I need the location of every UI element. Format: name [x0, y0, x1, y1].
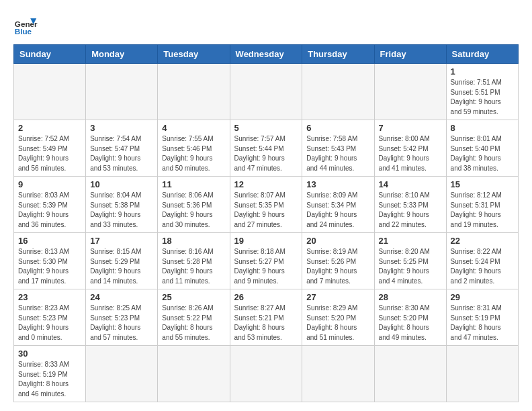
day-number: 27 — [306, 292, 369, 302]
day-number: 30 — [18, 349, 81, 359]
day-number: 2 — [18, 123, 81, 133]
calendar-cell: 7Sunrise: 8:00 AM Sunset: 5:42 PM Daylig… — [374, 120, 446, 177]
svg-text:Blue: Blue — [15, 27, 32, 36]
day-number: 4 — [162, 123, 225, 133]
calendar-cell: 27Sunrise: 8:29 AM Sunset: 5:20 PM Dayli… — [302, 289, 374, 346]
day-info: Sunrise: 8:26 AM Sunset: 5:22 PM Dayligh… — [162, 304, 225, 342]
day-info: Sunrise: 8:03 AM Sunset: 5:39 PM Dayligh… — [18, 191, 81, 230]
day-number: 24 — [90, 292, 153, 302]
calendar-cell: 11Sunrise: 8:06 AM Sunset: 5:36 PM Dayli… — [158, 177, 230, 233]
weekday-header-wednesday: Wednesday — [230, 45, 302, 64]
day-info: Sunrise: 7:51 AM Sunset: 5:51 PM Dayligh… — [451, 78, 514, 117]
day-number: 7 — [379, 123, 442, 133]
calendar-cell: 21Sunrise: 8:20 AM Sunset: 5:25 PM Dayli… — [374, 233, 446, 289]
weekday-header-row: SundayMondayTuesdayWednesdayThursdayFrid… — [14, 45, 519, 64]
day-info: Sunrise: 8:07 AM Sunset: 5:35 PM Dayligh… — [234, 191, 298, 230]
day-number: 8 — [451, 123, 514, 133]
calendar-cell — [302, 346, 374, 402]
calendar-cell: 9Sunrise: 8:03 AM Sunset: 5:39 PM Daylig… — [14, 177, 86, 233]
day-info: Sunrise: 8:00 AM Sunset: 5:42 PM Dayligh… — [379, 134, 442, 173]
calendar-cell — [230, 64, 302, 120]
calendar-cell: 29Sunrise: 8:31 AM Sunset: 5:19 PM Dayli… — [446, 289, 518, 346]
day-info: Sunrise: 8:10 AM Sunset: 5:33 PM Dayligh… — [379, 191, 442, 230]
calendar-cell: 12Sunrise: 8:07 AM Sunset: 5:35 PM Dayli… — [230, 177, 302, 233]
day-number: 22 — [451, 236, 514, 246]
day-number: 6 — [306, 123, 369, 133]
week-row-3: 9Sunrise: 8:03 AM Sunset: 5:39 PM Daylig… — [14, 177, 519, 233]
calendar-cell: 19Sunrise: 8:18 AM Sunset: 5:27 PM Dayli… — [230, 233, 302, 289]
calendar-cell — [374, 346, 446, 402]
calendar-cell — [374, 64, 446, 120]
calendar-cell — [302, 64, 374, 120]
day-number: 29 — [451, 292, 514, 302]
calendar-cell: 26Sunrise: 8:27 AM Sunset: 5:21 PM Dayli… — [230, 289, 302, 346]
calendar-cell: 5Sunrise: 7:57 AM Sunset: 5:44 PM Daylig… — [230, 120, 302, 177]
calendar-cell: 23Sunrise: 8:23 AM Sunset: 5:23 PM Dayli… — [14, 289, 86, 346]
day-info: Sunrise: 7:52 AM Sunset: 5:49 PM Dayligh… — [18, 134, 81, 173]
day-number: 1 — [451, 66, 514, 77]
calendar-cell — [158, 64, 230, 120]
day-number: 26 — [234, 292, 298, 302]
calendar-cell: 4Sunrise: 7:55 AM Sunset: 5:46 PM Daylig… — [158, 120, 230, 177]
day-number: 12 — [234, 179, 298, 189]
day-info: Sunrise: 8:30 AM Sunset: 5:20 PM Dayligh… — [379, 304, 442, 342]
calendar-cell: 13Sunrise: 8:09 AM Sunset: 5:34 PM Dayli… — [302, 177, 374, 233]
calendar-cell: 2Sunrise: 7:52 AM Sunset: 5:49 PM Daylig… — [14, 120, 86, 177]
calendar-cell — [230, 346, 302, 402]
day-info: Sunrise: 8:25 AM Sunset: 5:23 PM Dayligh… — [90, 304, 153, 342]
day-info: Sunrise: 8:31 AM Sunset: 5:19 PM Dayligh… — [451, 304, 514, 342]
calendar-cell: 15Sunrise: 8:12 AM Sunset: 5:31 PM Dayli… — [446, 177, 518, 233]
weekday-header-thursday: Thursday — [302, 45, 374, 64]
day-number: 5 — [234, 123, 298, 133]
day-info: Sunrise: 8:19 AM Sunset: 5:26 PM Dayligh… — [306, 247, 369, 286]
calendar-cell: 28Sunrise: 8:30 AM Sunset: 5:20 PM Dayli… — [374, 289, 446, 346]
calendar-cell: 18Sunrise: 8:16 AM Sunset: 5:28 PM Dayli… — [158, 233, 230, 289]
day-info: Sunrise: 8:01 AM Sunset: 5:40 PM Dayligh… — [451, 134, 514, 173]
day-number: 20 — [306, 236, 369, 246]
day-info: Sunrise: 7:58 AM Sunset: 5:43 PM Dayligh… — [306, 134, 369, 173]
day-info: Sunrise: 8:27 AM Sunset: 5:21 PM Dayligh… — [234, 304, 298, 342]
weekday-header-monday: Monday — [86, 45, 158, 64]
calendar-table: SundayMondayTuesdayWednesdayThursdayFrid… — [13, 44, 519, 402]
day-number: 25 — [162, 292, 225, 302]
calendar-cell — [86, 346, 158, 402]
day-info: Sunrise: 8:15 AM Sunset: 5:29 PM Dayligh… — [90, 247, 153, 286]
calendar-cell: 22Sunrise: 8:22 AM Sunset: 5:24 PM Dayli… — [446, 233, 518, 289]
week-row-2: 2Sunrise: 7:52 AM Sunset: 5:49 PM Daylig… — [14, 120, 519, 177]
day-info: Sunrise: 8:04 AM Sunset: 5:38 PM Dayligh… — [90, 191, 153, 230]
day-info: Sunrise: 8:33 AM Sunset: 5:19 PM Dayligh… — [18, 360, 81, 399]
day-number: 16 — [18, 236, 81, 246]
week-row-6: 30Sunrise: 8:33 AM Sunset: 5:19 PM Dayli… — [14, 346, 519, 402]
day-info: Sunrise: 8:13 AM Sunset: 5:30 PM Dayligh… — [18, 247, 81, 286]
day-info: Sunrise: 8:20 AM Sunset: 5:25 PM Dayligh… — [379, 247, 442, 286]
day-info: Sunrise: 8:09 AM Sunset: 5:34 PM Dayligh… — [306, 191, 369, 230]
weekday-header-sunday: Sunday — [14, 45, 86, 64]
day-info: Sunrise: 8:12 AM Sunset: 5:31 PM Dayligh… — [451, 191, 514, 230]
calendar-cell — [158, 346, 230, 402]
day-info: Sunrise: 7:55 AM Sunset: 5:46 PM Dayligh… — [162, 134, 225, 173]
weekday-header-saturday: Saturday — [446, 45, 518, 64]
day-number: 15 — [451, 179, 514, 189]
calendar-cell — [86, 64, 158, 120]
day-info: Sunrise: 8:23 AM Sunset: 5:23 PM Dayligh… — [18, 304, 81, 342]
day-info: Sunrise: 8:22 AM Sunset: 5:24 PM Dayligh… — [451, 247, 514, 286]
calendar-cell — [446, 346, 518, 402]
calendar-cell: 14Sunrise: 8:10 AM Sunset: 5:33 PM Dayli… — [374, 177, 446, 233]
day-info: Sunrise: 8:18 AM Sunset: 5:27 PM Dayligh… — [234, 247, 298, 286]
calendar-cell: 20Sunrise: 8:19 AM Sunset: 5:26 PM Dayli… — [302, 233, 374, 289]
day-number: 19 — [234, 236, 298, 246]
day-info: Sunrise: 7:54 AM Sunset: 5:47 PM Dayligh… — [90, 134, 153, 173]
day-number: 23 — [18, 292, 81, 302]
calendar-cell: 1Sunrise: 7:51 AM Sunset: 5:51 PM Daylig… — [446, 64, 518, 120]
day-number: 28 — [379, 292, 442, 302]
calendar-cell — [14, 64, 86, 120]
calendar-cell: 6Sunrise: 7:58 AM Sunset: 5:43 PM Daylig… — [302, 120, 374, 177]
day-number: 11 — [162, 179, 225, 189]
calendar-cell: 24Sunrise: 8:25 AM Sunset: 5:23 PM Dayli… — [86, 289, 158, 346]
calendar-cell: 10Sunrise: 8:04 AM Sunset: 5:38 PM Dayli… — [86, 177, 158, 233]
day-info: Sunrise: 8:06 AM Sunset: 5:36 PM Dayligh… — [162, 191, 225, 230]
week-row-5: 23Sunrise: 8:23 AM Sunset: 5:23 PM Dayli… — [14, 289, 519, 346]
calendar-cell: 30Sunrise: 8:33 AM Sunset: 5:19 PM Dayli… — [14, 346, 86, 402]
day-number: 13 — [306, 179, 369, 189]
week-row-1: 1Sunrise: 7:51 AM Sunset: 5:51 PM Daylig… — [14, 64, 519, 120]
